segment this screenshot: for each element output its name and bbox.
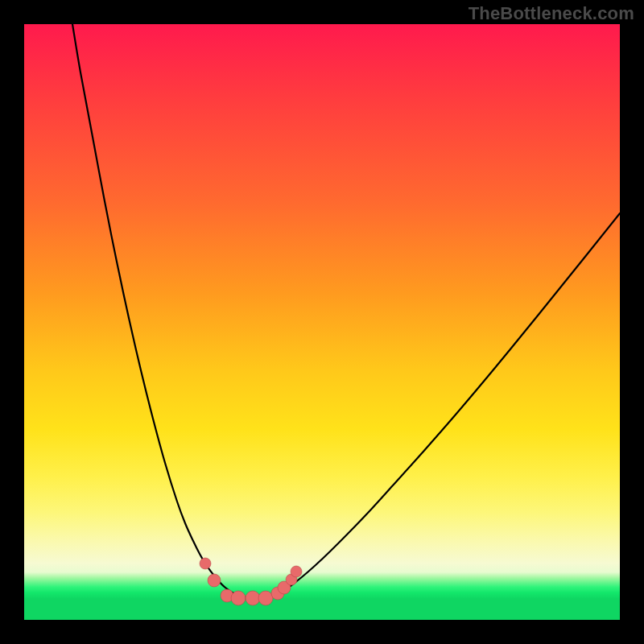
curve-right-branch — [266, 213, 620, 598]
chart-plot-area — [24, 24, 620, 620]
chart-svg — [24, 24, 620, 620]
valley-marker — [200, 558, 211, 569]
watermark-text: TheBottleneck.com — [469, 3, 634, 24]
valley-marker — [208, 574, 221, 587]
curve-left-branch — [72, 24, 246, 598]
valley-marker — [246, 591, 260, 605]
curve-group — [72, 24, 620, 598]
valley-marker — [231, 591, 246, 605]
chart-frame: TheBottleneck.com — [0, 0, 644, 644]
valley-marker — [258, 591, 273, 605]
valley-markers — [200, 558, 302, 605]
valley-marker — [291, 566, 302, 577]
